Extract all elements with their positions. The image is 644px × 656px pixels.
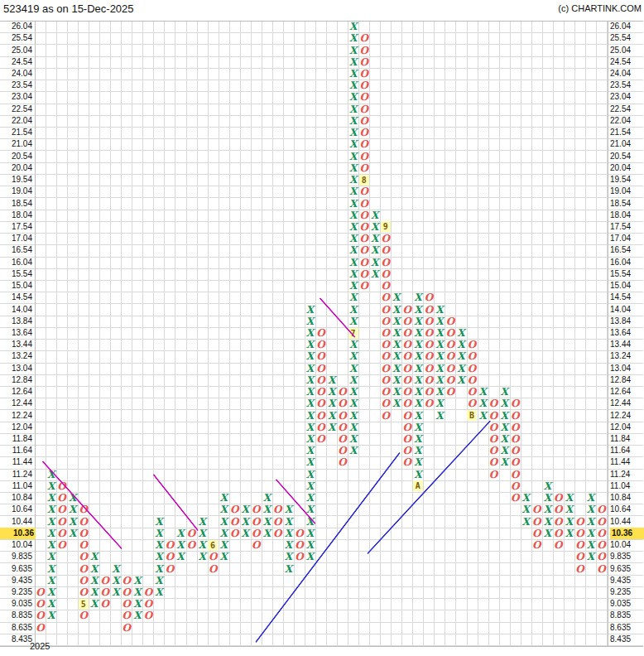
pf-o-glyph: O [380,280,392,292]
price-label-right: 10.04 [610,539,643,551]
pf-o-glyph: O [574,551,585,562]
price-label-right: 25.04 [610,45,643,56]
price-label-right: 9.835 [610,551,643,562]
pf-o-glyph: O [99,586,111,598]
pf-x-glyph: X [218,492,229,504]
price-label-left: 13.04 [0,363,32,374]
pf-x-glyph: X [369,210,381,221]
pf-x-glyph: X [348,363,359,374]
price-label-right: 9.635 [610,563,643,575]
pf-x-glyph: X [218,504,229,515]
pf-x-glyph: X [455,374,467,386]
pf-x-glyph: X [348,115,359,127]
pf-o-glyph: O [121,622,132,634]
price-label-left: 8.435 [0,634,32,645]
pf-x-glyph: X [46,586,57,598]
pf-o-glyph: O [56,492,68,504]
pf-o-glyph: O [509,456,521,468]
pf-o-glyph: O [380,386,392,398]
pf-o-glyph: O [121,598,132,610]
pf-o-glyph: O [250,504,262,515]
price-label-left: 22.04 [0,115,32,127]
pf-o-glyph: O [488,445,499,456]
price-label-right: 24.04 [610,68,643,80]
pf-x-glyph: X [348,104,359,115]
pf-x-glyph: X [348,268,359,280]
pf-o-glyph: O [78,551,89,562]
pf-x-glyph: X [498,456,510,468]
pf-o-glyph: O [35,586,46,598]
price-label-right: 18.04 [610,210,643,221]
pf-x-glyph: X [434,410,445,422]
pf-x-glyph: X [563,504,574,515]
pf-x-glyph: X [218,551,229,562]
pf-x-glyph: X [348,32,359,44]
pf-x-glyph: X [348,386,359,398]
pf-x-glyph: X [455,339,467,350]
pf-o-glyph: O [337,445,348,456]
price-label-left: 25.04 [0,45,32,56]
pf-x-glyph: X [89,575,100,586]
pf-o-glyph: O [488,456,499,468]
pf-o-glyph: O [509,398,521,409]
pf-x-glyph: X [348,244,359,256]
pf-o-glyph: O [401,374,413,386]
pf-x-glyph: X [477,410,488,422]
pf-o-glyph: O [99,575,111,586]
price-label-left: 12.24 [0,410,32,422]
pf-o-glyph: O [228,516,240,528]
pf-o-glyph: O [358,162,370,174]
price-label-left: 9.035 [0,598,32,610]
pf-o-glyph: O [401,363,413,374]
pf-o-glyph: O [380,268,392,280]
pf-x-glyph: X [348,350,359,362]
pf-o-glyph: O [401,386,413,398]
pf-x-glyph: X [520,516,531,528]
price-label-right: 25.54 [610,32,643,44]
pf-x-glyph: X [282,551,294,562]
pf-x-glyph: X [304,398,315,409]
pf-x-glyph: X [132,610,143,621]
pf-o-glyph: O [423,363,435,374]
pf-o-glyph: O [272,516,283,528]
pf-o-glyph: O [164,563,175,575]
price-label-left: 14.54 [0,292,32,303]
pf-o-glyph: O [315,374,327,386]
pf-o-glyph: O [315,327,327,339]
price-label-left: 11.04 [0,480,32,492]
pf-o-glyph: O [380,374,392,386]
price-label-right: 8.835 [610,610,643,621]
pf-x-glyph: X [239,516,251,528]
pf-x-glyph: X [348,374,359,386]
pf-o-glyph: O [401,350,413,362]
pf-x-glyph: X [348,151,359,162]
price-label-right: 12.44 [610,398,643,409]
pf-o-glyph: O [509,433,521,445]
price-label-right: 9.035 [610,598,643,610]
price-label-left: 19.04 [0,186,32,197]
pf-x-glyph: X [46,504,57,515]
pf-x-glyph: X [153,516,165,528]
pf-x-glyph: X [412,292,424,303]
pf-x-glyph: X [326,398,338,409]
pf-x-glyph: X [326,386,338,398]
price-label-left: 15.54 [0,268,32,280]
pf-o-glyph: O [121,610,132,621]
pf-o-glyph: O [358,138,370,150]
pf-o-glyph: O [142,598,154,610]
pf-o-glyph: O [509,445,521,456]
pf-o-glyph: O [358,198,370,210]
pf-x-glyph: X [46,551,57,562]
pf-x-glyph: X [498,445,510,456]
pf-o-glyph: O [358,280,370,292]
pf-o-glyph: O [358,45,370,56]
price-label-left: 19.54 [0,174,32,186]
pf-o-glyph: O [423,398,435,409]
pf-x-glyph: X [282,563,294,575]
price-label-left: 23.54 [0,80,32,91]
pf-o-glyph: O [337,433,348,445]
pf-o-glyph: O [401,410,413,422]
pf-x-glyph: X [304,304,315,316]
pf-o-glyph: O [595,528,607,539]
price-label-right: 12.04 [610,422,643,433]
